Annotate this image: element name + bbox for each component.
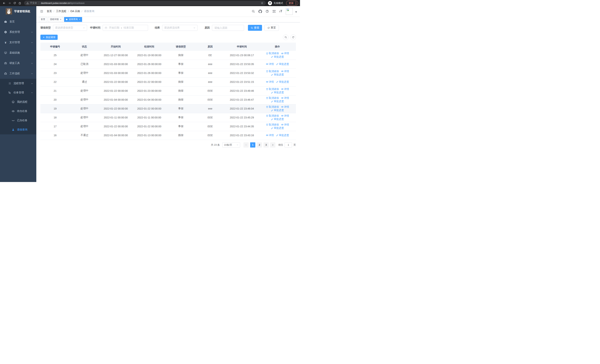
detail-link[interactable]: 详情 — [281, 70, 289, 73]
sidebar-collapse-button[interactable] — [39, 9, 44, 14]
sidebar-item-workflow[interactable]: 工作流程 — [0, 68, 36, 79]
apply-time-range-picker[interactable]: 开始日期 - 结束日期 — [103, 25, 148, 31]
sidebar-item-todo-tasks[interactable]: 待办任务 — [0, 107, 36, 116]
detail-link[interactable]: 详情 — [281, 87, 289, 91]
incognito-label: 无痕模式 — [273, 1, 283, 5]
page-button-2[interactable]: 2 — [257, 142, 262, 148]
cell-end-time: 2022-01-22 00:00:00 — [132, 104, 166, 113]
leave-type-select[interactable]: 请选择请假类型 — [53, 25, 87, 31]
sidebar-item-label: 工作流程 — [9, 72, 20, 75]
browser-home-button[interactable] — [18, 1, 22, 6]
cell-end-time: 2022-01-26 00:00:00 — [132, 60, 166, 69]
tab-home[interactable]: 首页 — [39, 17, 47, 22]
tab-leave-query[interactable]: 请假查询 × — [64, 17, 82, 22]
reset-button[interactable]: 重置 — [264, 25, 279, 31]
next-page-button[interactable] — [270, 142, 275, 148]
table-row: 22 通过 2022-01-22 00:00:00 2022-01-22 00:… — [40, 77, 296, 86]
detail-link[interactable]: 详情 — [281, 114, 289, 118]
approval-progress-link[interactable]: 审批进度 — [271, 100, 284, 103]
create-leave-button[interactable]: 发起请假 — [40, 35, 58, 40]
eye-icon — [281, 52, 283, 55]
cell-start-time: 2022-01-22 00:00:00 — [99, 77, 132, 86]
breadcrumb-home[interactable]: 首页 — [47, 10, 52, 13]
sidebar-item-home[interactable]: 首页 — [0, 17, 36, 27]
sidebar-item-payment[interactable]: ¥ 支付管理 — [0, 37, 36, 48]
page-button-1[interactable]: 1 — [250, 142, 255, 148]
help-button[interactable] — [265, 10, 269, 13]
address-bar[interactable]: 不安全 dashboard.yudao.iocoder.cn/bpm/oa/le… — [24, 1, 266, 5]
browser-reload-button[interactable] — [12, 1, 17, 6]
close-icon[interactable]: × — [79, 18, 80, 20]
sidebar-item-leave-query[interactable]: 请假查询 — [0, 125, 36, 134]
table-row: 16 不通过 2022-01-04 00:00:00 2022-01-13 00… — [40, 131, 296, 140]
sidebar-item-task-mgmt[interactable]: 任务管理 — [0, 88, 36, 97]
tab-process-detail[interactable]: 流程详情 × — [48, 17, 63, 22]
cancel-leave-link[interactable]: 取消请假 — [266, 105, 279, 109]
close-icon[interactable]: × — [60, 18, 61, 20]
sidebar-item-my-process[interactable]: 我的流程 — [0, 97, 36, 107]
cancel-leave-link[interactable]: 取消请假 — [266, 87, 279, 91]
result-select[interactable]: 请选择流结果 — [162, 25, 197, 31]
detail-link[interactable]: 详情 — [266, 134, 274, 137]
cancel-leave-link[interactable]: 取消请假 — [266, 114, 279, 118]
goto-page-input[interactable] — [285, 142, 292, 148]
omnibox-divider — [39, 2, 39, 4]
detail-link[interactable]: 详情 — [281, 123, 289, 126]
approval-progress-link[interactable]: 审批进度 — [276, 80, 289, 84]
cancel-leave-link[interactable]: 取消请假 — [266, 52, 279, 55]
approval-progress-link[interactable]: 审批进度 — [276, 134, 289, 137]
cell-leave-type: 事假 — [166, 113, 196, 122]
trash-icon — [266, 114, 268, 117]
table-row: 23 处理中 2022-01-03 00:00:00 2022-01-26 00… — [40, 69, 296, 77]
browser-menu-icon[interactable] — [296, 2, 296, 5]
detail-link[interactable]: 详情 — [266, 80, 274, 84]
approval-progress-link[interactable]: 审批进度 — [271, 118, 284, 121]
reason-input[interactable] — [212, 25, 244, 31]
cell-apply-time: 2022-01-23 00:06:17 — [225, 51, 259, 60]
page-size-select[interactable]: 10条/页 — [222, 142, 240, 148]
github-link-button[interactable] — [259, 10, 262, 13]
page-button-3[interactable]: 3 — [263, 142, 269, 148]
sidebar-item-label: 已办任务 — [17, 119, 28, 122]
detail-link[interactable]: 详情 — [281, 105, 289, 109]
result-label: 结果 — [155, 26, 160, 29]
approval-progress-link[interactable]: 审批进度 — [276, 63, 289, 66]
approval-progress-link[interactable]: 审批进度 — [271, 91, 284, 94]
sidebar-item-infra[interactable]: 基础设施 — [0, 48, 36, 58]
approval-progress-link[interactable]: 审批进度 — [271, 55, 284, 59]
sidebar-logo: 芋道管理系统 — [0, 6, 36, 17]
refresh-table-button[interactable] — [290, 35, 296, 40]
sidebar-item-process-mgmt[interactable]: 流程管理 — [0, 79, 36, 88]
sidebar-item-system[interactable]: 系统管理 — [0, 27, 36, 37]
font-size-button[interactable]: TT — [279, 10, 282, 13]
cancel-leave-link[interactable]: 取消请假 — [266, 70, 279, 73]
browser-update-button[interactable]: 更新 — [286, 1, 298, 6]
avatar-caret-icon[interactable] — [295, 11, 297, 13]
detail-link[interactable]: 详情 — [281, 96, 289, 100]
eye-closed-icon — [12, 119, 15, 122]
pen-icon — [271, 100, 273, 103]
approval-progress-link[interactable]: 审批进度 — [271, 126, 284, 130]
cell-reason: EEE — [196, 113, 225, 122]
search-button[interactable]: 搜索 — [248, 25, 262, 31]
detail-link[interactable]: 详情 — [266, 63, 274, 66]
prev-page-button[interactable] — [244, 142, 249, 148]
sidebar-item-devtools[interactable]: 研发工具 — [0, 58, 36, 68]
approval-progress-link[interactable]: 审批进度 — [271, 109, 284, 112]
chevron-down-icon — [31, 83, 33, 84]
avatar[interactable] — [286, 8, 293, 15]
bookmark-star-icon[interactable] — [261, 2, 263, 4]
fullscreen-button[interactable] — [272, 10, 276, 13]
browser-forward-button[interactable] — [7, 1, 12, 6]
cell-apply-time: 2022-01-22 23:49:46 — [225, 86, 259, 95]
cancel-leave-link[interactable]: 取消请假 — [266, 96, 279, 100]
tab-label: 首页 — [41, 18, 45, 21]
approval-progress-link[interactable]: 审批进度 — [271, 73, 284, 76]
cancel-leave-link[interactable]: 取消请假 — [266, 123, 279, 126]
header-search-button[interactable] — [252, 10, 255, 13]
toggle-search-button[interactable] — [283, 35, 289, 40]
detail-link[interactable]: 详情 — [281, 52, 289, 55]
browser-back-button[interactable] — [2, 1, 7, 6]
chevron-down-icon — [83, 27, 85, 29]
sidebar-item-done-tasks[interactable]: 已办任务 — [0, 116, 36, 125]
